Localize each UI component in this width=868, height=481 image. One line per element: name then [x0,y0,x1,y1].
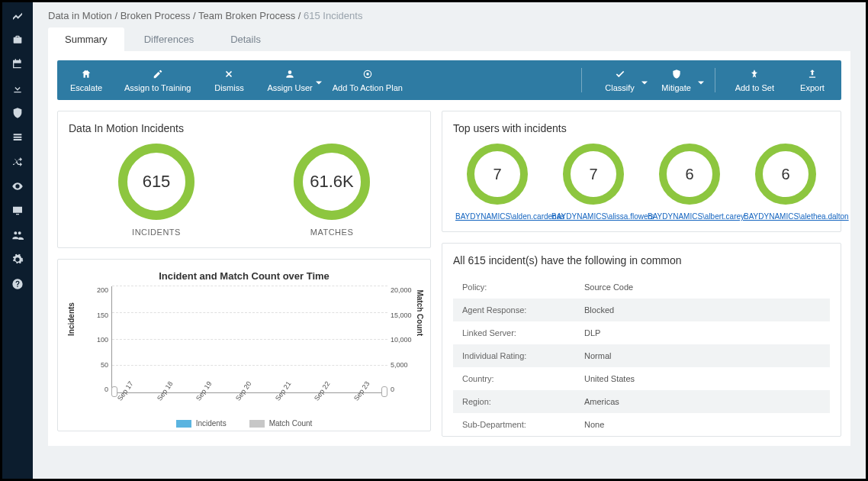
user-link[interactable]: BAYDYNAMICS\albert.carey [648,212,731,221]
classify-button[interactable]: Classify [602,68,638,92]
chevron-down-icon [698,79,704,88]
row-value: None [575,413,830,436]
tab-details[interactable]: Details [214,27,278,51]
breadcrumb-seg[interactable]: Team Broken Process [198,10,295,21]
table-row: Agent Response:Blocked [453,299,830,321]
assign-user-button[interactable]: Assign User [267,68,312,92]
row-value: Americas [575,390,830,413]
tabs: Summary Differences Details [33,27,866,51]
pin-icon [749,68,760,80]
nav-shield-icon[interactable] [11,106,24,120]
chart-card: Incident and Match Count over Time Incid… [57,259,431,431]
add-to-set-button[interactable]: Add to Set [735,68,774,92]
table-row: Policy:Source Code [453,276,830,299]
ring-label: INCIDENTS [132,228,181,237]
matches-ring: 61.6K [294,144,370,220]
row-key: Country: [453,367,575,390]
row-key: Region: [453,390,575,413]
nav-gear-icon[interactable] [11,253,24,266]
table-row: Linked Server:DLP [453,321,830,344]
chart-legend: Incidents Match Count [69,419,420,428]
breadcrumb: Data in Motion / Broken Process / Team B… [33,2,866,27]
target-icon [362,68,373,80]
table-row: Individual Rating:Normal [453,344,830,367]
breadcrumb-current: 615 Incidents [304,10,362,21]
user-link[interactable]: BAYDYNAMICS\alethea.dalton [744,212,828,221]
nav-shuffle-icon[interactable] [11,155,24,169]
card-title: Data In Motion Incidents [69,122,420,134]
nav-download-icon[interactable] [11,82,24,95]
edit-icon [153,68,163,80]
chevron-down-icon [641,79,648,88]
nav-eye-icon[interactable] [11,179,24,193]
chart-area: Incidents Match Count 200150100500 20,00… [69,286,420,416]
user-link[interactable]: BAYDYNAMICS\alden.cardenas [455,212,539,221]
y-axis-left-label: Incidents [67,302,76,336]
y-axis-right-label: Match Count [416,289,424,336]
add-to-plan-button[interactable]: Add To Action Plan [333,68,403,92]
common-card: All 615 incident(s) have the following i… [442,243,841,437]
check-icon [615,68,625,80]
row-value: DLP [575,321,830,344]
row-key: Policy: [453,276,575,299]
nav-calendar-icon[interactable] [11,57,24,71]
nav-monitor-icon[interactable] [11,204,24,218]
common-table: Policy:Source CodeAgent Response:Blocked… [453,276,830,436]
row-value: United States [575,367,830,390]
user-ring: 7 [563,144,624,205]
row-key: Linked Server: [453,321,575,344]
table-row: Region:Americas [453,390,830,413]
card-title: Top users with incidents [453,122,830,134]
row-key: Sub-Department: [453,413,575,436]
row-key: Agent Response: [453,299,575,321]
content-area: Data in Motion / Broken Process / Team B… [33,2,866,479]
nav-users-icon[interactable] [11,228,24,242]
left-nav [2,2,33,479]
x-axis: Sep 17Sep 18Sep 19Sep 20Sep 21Sep 22Sep … [111,393,387,416]
breadcrumb-seg[interactable]: Data in Motion [48,10,112,21]
export-icon [807,68,818,80]
nav-help-icon[interactable] [11,277,24,291]
tab-summary[interactable]: Summary [48,27,124,51]
y-axis-right: 20,00015,00010,0005,0000 [391,286,416,393]
user-ring: 7 [467,144,528,205]
nav-briefcase-icon[interactable] [11,33,24,47]
incidents-card: Data In Motion Incidents 615 INCIDENTS 6… [57,111,431,248]
table-row: Country:United States [453,367,830,390]
user-link[interactable]: BAYDYNAMICS\alissa.flowers [551,212,635,221]
row-value: Normal [575,344,830,367]
close-icon [223,68,234,80]
dismiss-button[interactable]: Dismiss [211,68,247,92]
escalate-button[interactable]: Escalate [68,68,104,92]
chevron-down-icon [316,79,322,88]
nav-chart-icon[interactable] [11,8,24,22]
table-row: Sub-Department:None [453,413,830,436]
incidents-ring: 615 [118,144,194,220]
ring-label: MATCHES [310,228,353,237]
mitigate-button[interactable]: Mitigate [658,68,695,92]
svg-point-1 [366,73,369,76]
row-value: Source Code [575,276,830,299]
shield-icon [671,68,682,80]
action-bar: Escalate Assign to Training Dismiss Assi… [57,60,841,100]
assign-training-button[interactable]: Assign to Training [124,68,191,92]
breadcrumb-seg[interactable]: Broken Process [121,10,191,21]
export-button[interactable]: Export [794,68,831,92]
share-icon [81,68,92,80]
row-value: Blocked [575,299,830,321]
user-icon [285,68,295,80]
nav-list-icon[interactable] [11,131,24,144]
user-ring: 6 [659,144,720,205]
top-users-card: Top users with incidents 7BAYDYNAMICS\al… [442,111,841,232]
row-key: Individual Rating: [453,344,575,367]
user-ring: 6 [755,144,816,205]
card-title: All 615 incident(s) have the following i… [453,254,830,266]
y-axis-left: 200150100500 [82,286,108,393]
page-body: Escalate Assign to Training Dismiss Assi… [48,51,850,446]
tab-differences[interactable]: Differences [127,27,211,51]
chart-title: Incident and Match Count over Time [69,270,420,282]
